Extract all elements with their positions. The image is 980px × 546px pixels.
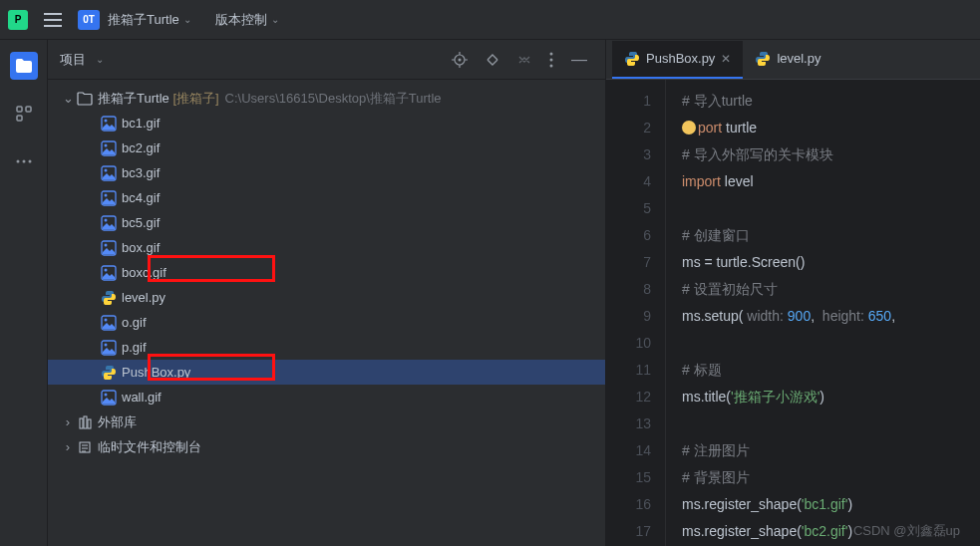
tree-file[interactable]: bc1.gif [48,111,605,136]
code-line[interactable]: ms.setup( width: 900, height: 650, [682,303,895,330]
file-name: wall.gif [122,390,162,405]
file-name: bc5.gif [122,215,160,230]
file-name: bc3.gif [122,165,160,180]
expand-arrow-icon[interactable]: ⌄ [60,91,76,106]
locate-icon[interactable] [446,52,474,68]
scratch-icon [76,440,94,454]
code-line[interactable]: # 导入turtle [682,88,895,115]
line-number: 3 [616,141,651,168]
svg-point-26 [105,318,108,321]
tree-file[interactable]: p.gif [48,335,605,360]
svg-point-12 [105,119,108,122]
line-number: 14 [616,437,651,464]
image-file-icon [100,190,118,206]
project-tree[interactable]: ⌄ 推箱子Turtle [推箱子] C:\Users\16615\Desktop… [48,80,605,465]
editor-pane: PushBox.py✕level.py 12345678910111213141… [606,40,980,546]
line-number: 9 [616,303,651,330]
code-line[interactable]: ms.title('推箱子小游戏') [682,384,895,410]
line-number: 8 [616,276,651,303]
tree-file[interactable]: bc5.gif [48,210,605,235]
collapse-icon[interactable] [511,53,537,67]
line-number: 15 [616,464,651,491]
svg-rect-33 [88,419,91,428]
collapse-arrow-icon[interactable]: › [60,439,76,454]
svg-point-9 [550,58,553,61]
chevron-down-icon[interactable]: ⌄ [96,54,104,65]
structure-tool-icon[interactable] [10,100,38,128]
image-file-icon [100,116,118,132]
minimize-icon[interactable]: — [565,51,593,69]
tree-file[interactable]: bc3.gif [48,160,605,185]
file-name: bc4.gif [122,190,160,205]
tree-file[interactable]: level.py [48,285,605,310]
file-name: bc1.gif [122,116,160,131]
tree-file[interactable]: boxc.gif [48,260,605,285]
more-tool-icon[interactable] [10,147,38,175]
code-line[interactable]: # 创建窗口 [682,222,895,249]
tree-scratches[interactable]: › 临时文件和控制台 [48,434,605,459]
code-line[interactable]: ms = turtle.Screen() [682,249,895,276]
editor-tabs: PushBox.py✕level.py [606,40,980,80]
svg-point-14 [105,143,108,146]
code-line[interactable]: # 导入外部写的关卡模块 [682,141,895,168]
line-number: 11 [616,357,651,384]
code-line[interactable]: port turtle [682,115,895,141]
line-number: 2 [616,115,651,141]
code-line[interactable] [682,410,895,437]
file-name: bc2.gif [122,140,160,155]
watermark: CSDN @刘鑫磊up [853,522,960,540]
tree-file[interactable]: PushBox.py [48,360,605,385]
svg-rect-2 [17,116,22,121]
project-tool-icon[interactable] [10,52,38,80]
editor-tab[interactable]: PushBox.py✕ [612,41,743,79]
code-line[interactable] [682,195,895,222]
code-line[interactable]: # 标题 [682,357,895,384]
tree-file[interactable]: bc2.gif [48,136,605,160]
image-file-icon [100,265,118,281]
code-body[interactable]: # 导入turtleport turtle# 导入外部写的关卡模块import … [666,80,895,546]
tree-file[interactable]: wall.gif [48,385,605,410]
code-line[interactable]: # 背景图片 [682,464,895,491]
code-line[interactable]: # 注册图片 [682,437,895,464]
close-icon[interactable]: ✕ [721,52,731,66]
svg-point-24 [105,268,108,271]
hamburger-icon[interactable] [36,13,70,27]
tree-file[interactable]: box.gif [48,235,605,260]
code-line[interactable]: import level [682,168,895,195]
file-name: box.gif [122,240,160,255]
project-selector[interactable]: 推箱子Turtle⌄ [108,11,191,29]
line-gutter: 1234567891011121314151617 [606,80,666,546]
collapse-arrow-icon[interactable]: › [60,414,76,429]
kebab-menu-icon[interactable] [543,52,559,68]
tree-file[interactable]: bc4.gif [48,185,605,210]
pycharm-logo-icon: P [8,10,28,30]
expand-icon[interactable] [480,53,505,67]
image-file-icon [100,390,118,406]
svg-rect-32 [84,416,87,428]
python-file-icon [100,365,118,381]
folder-icon [76,92,94,106]
image-file-icon [100,240,118,256]
root-bracket: [推箱子] [172,90,218,108]
line-number: 13 [616,410,651,437]
line-number: 10 [616,330,651,357]
code-editor[interactable]: 1234567891011121314151617 # 导入turtleport… [606,80,980,546]
python-file-icon [755,51,771,67]
image-file-icon [100,215,118,231]
tree-file[interactable]: o.gif [48,310,605,335]
tree-root[interactable]: ⌄ 推箱子Turtle [推箱子] C:\Users\16615\Desktop… [48,86,605,111]
svg-point-30 [105,393,108,396]
code-line[interactable] [682,330,895,357]
svg-point-10 [550,64,553,67]
root-name: 推箱子Turtle [98,90,169,108]
project-pane: 项目 ⌄ — ⌄ 推箱子Turtle [推箱子] C:\Users\16615\… [48,40,606,546]
tree-external-libs[interactable]: › 外部库 [48,410,605,434]
svg-point-18 [105,193,108,196]
editor-tab[interactable]: level.py [743,41,832,79]
svg-point-22 [105,243,108,246]
vcs-selector[interactable]: 版本控制⌄ [215,11,279,29]
code-line[interactable]: # 设置初始尺寸 [682,276,895,303]
image-file-icon [100,165,118,181]
titlebar: P 0T 推箱子Turtle⌄ 版本控制⌄ [0,0,980,40]
code-line[interactable]: ms.register_shape('bc1.gif') [682,491,895,518]
